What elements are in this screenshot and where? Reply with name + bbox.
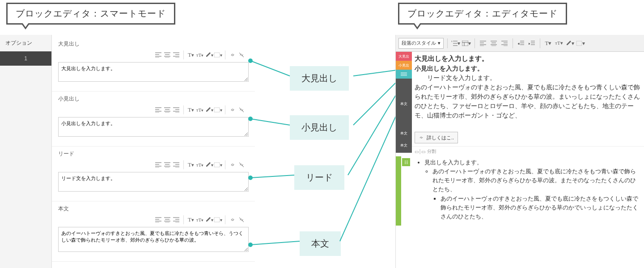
content-body: あのイーハトーヴォのすきとおった風、夏でも底に冷たさをもつ青くしい森で飾られたモ… [415,83,641,120]
svg-line-6 [250,119,290,125]
border-icon[interactable]: ▾ [576,39,585,48]
split-icon: ▭┊▭ [415,149,425,154]
align-center-icon[interactable] [163,215,172,224]
align-center-icon[interactable] [163,160,172,169]
center-label-h1: 大見出し [290,66,349,91]
h1-input[interactable] [58,62,249,82]
tag-body[interactable]: 本文 [396,79,412,129]
body-input[interactable] [58,227,249,252]
numbered-list-icon[interactable]: 1▾ [451,39,460,48]
border-icon[interactable]: ▾ [213,160,222,169]
block-body-label: 本文 [58,205,249,213]
svg-rect-0 [214,53,220,57]
link-icon[interactable] [228,50,237,59]
sidebar: オプション 1 [0,35,52,268]
align-left-icon[interactable] [154,50,163,59]
content-h2: 小見出しを入力します。 [415,64,641,73]
split-row[interactable]: ▭┊▭ 分割 [412,146,644,156]
tag-h2[interactable]: 小見出 [396,61,412,70]
chevron-down-icon: ▾ [438,40,441,46]
editor-toolbar: 段落のスタイル ▾ 1▾ ▾ T▾ тT▾ ▾ ▾ [396,35,644,52]
detail-link-button[interactable]: 詳しくはこ.. [415,132,458,144]
tag-h1[interactable]: 大見出 [396,52,412,61]
font-family-icon[interactable]: T▾ [186,50,195,59]
split-label: 分割 [427,148,436,155]
block-h1-toolbar: T▾ тT▾ ▾ ▾ [58,50,249,59]
center-label-body: 本文 [300,231,341,256]
align-center-icon[interactable] [489,39,498,48]
align-left-icon[interactable] [154,215,163,224]
svg-line-10 [250,241,300,245]
font-size-icon[interactable]: тT▾ [555,39,564,48]
align-center-icon[interactable] [163,50,172,59]
block-lead: リード T▾тT▾▾▾ [52,147,255,201]
lead-input[interactable] [58,172,249,192]
align-left-icon[interactable] [154,160,163,169]
sidebar-header: オプション [0,35,51,51]
svg-rect-22 [576,41,582,46]
block-h1-label: 大見出し [58,40,249,48]
font-size-icon[interactable]: тT▾ [195,105,204,114]
blocks-column: 大見出し T▾ тT▾ ▾ ▾ [52,35,255,262]
block-lead-toolbar: T▾тT▾▾▾ [58,160,249,169]
align-right-icon[interactable] [172,215,181,224]
color-picker-icon[interactable]: ▾ [565,39,574,48]
align-right-icon[interactable] [172,105,181,114]
unlink-icon[interactable] [237,215,246,224]
font-family-icon[interactable]: T▾ [186,215,195,224]
svg-line-18 [340,107,400,241]
font-family-icon[interactable]: T▾ [544,39,553,48]
outdent-icon[interactable] [517,39,525,48]
svg-line-8 [250,175,294,178]
border-icon[interactable]: ▾ [213,215,222,224]
border-icon[interactable]: ▾ [213,50,222,59]
indent-icon[interactable] [527,39,536,48]
paragraph-style-select[interactable]: 段落のスタイル ▾ [398,38,444,49]
font-family-icon[interactable]: T▾ [186,105,195,114]
link-icon[interactable] [228,160,237,169]
svg-line-14 [353,79,400,125]
align-center-icon[interactable] [163,105,172,114]
font-size-icon[interactable]: тT▾ [195,215,204,224]
tag-body-3[interactable]: 本文 [396,138,412,153]
color-picker-icon[interactable]: ▾ [204,105,213,114]
align-right-icon[interactable] [500,39,509,48]
link-icon [419,135,424,140]
align-left-icon[interactable] [479,39,487,48]
layout-icon[interactable]: ▾ [462,39,471,48]
block-h2-toolbar: T▾тT▾▾▾ [58,105,249,114]
link-icon[interactable] [228,105,237,114]
border-icon[interactable]: ▾ [213,105,222,114]
svg-line-4 [250,61,290,76]
h2-input[interactable] [58,117,249,137]
editor-mode-panel: 段落のスタイル ▾ 1▾ ▾ T▾ тT▾ ▾ ▾ 大見出 小見出 本文 本文 … [395,35,644,268]
editor-content[interactable]: 大見出しを入力します。 小見出しを入力します。 リード文を入力します。 あのイー… [412,52,644,146]
color-picker-icon[interactable]: ▾ [204,160,213,169]
font-size-icon[interactable]: тT▾ [195,160,204,169]
link-icon[interactable] [228,215,237,224]
align-left-icon[interactable] [154,105,163,114]
list-title: 見出しを入力します。 [424,159,483,166]
page-tab-1[interactable]: 1 [0,51,51,66]
block-h2: 小見出し T▾тT▾▾▾ [52,92,255,147]
svg-rect-1 [214,108,220,112]
list-item-1: あのイーハトーヴォのすきとおった風、夏でも底に冷たさをもつ青い森で飾られたモリー… [432,168,636,193]
list-content[interactable]: 見出しを入力します。 あのイーハトーヴォのすきとおった風、夏でも底に冷たさをもつ… [414,156,644,226]
content-lead: リード文を入力します。 [415,73,641,83]
unlink-icon[interactable] [237,105,246,114]
align-right-icon[interactable] [172,50,181,59]
list-block-icon[interactable]: ☷ [402,158,410,166]
font-size-icon[interactable]: тT▾ [195,50,204,59]
mode-label-editor: ブロックエディタ：エディタモード [398,3,567,25]
tag-body-2[interactable]: 本文 [396,129,412,138]
unlink-icon[interactable] [237,50,246,59]
editor-body: 大見出 小見出 本文 本文 本文 大見出しを入力します。 小見出しを入力します。… [396,52,644,226]
font-family-icon[interactable]: T▾ [186,160,195,169]
color-picker-icon[interactable]: ▾ [204,215,213,224]
color-picker-icon[interactable]: ▾ [204,50,213,59]
unlink-icon[interactable] [237,160,246,169]
mode-label-smart: ブロックエディタ：スマートモード [6,3,175,25]
svg-line-16 [348,88,400,175]
tag-lead[interactable] [396,70,412,79]
align-right-icon[interactable] [172,160,181,169]
